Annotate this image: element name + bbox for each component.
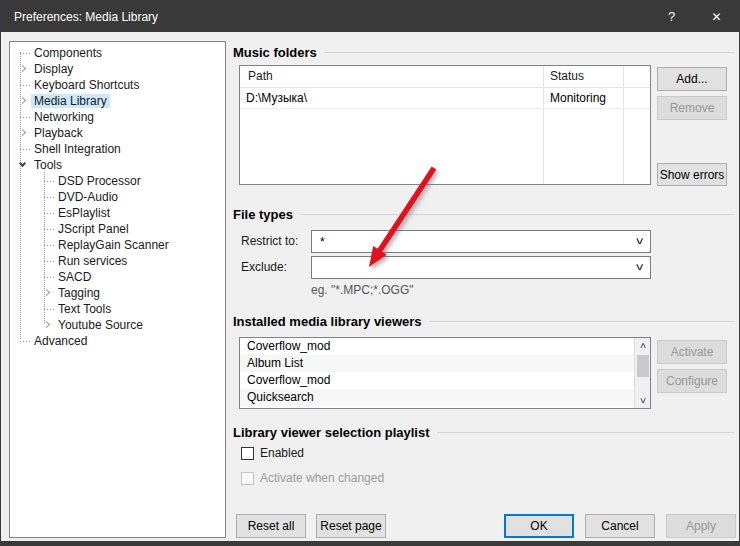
- scroll-up-icon[interactable]: ∧: [632, 338, 651, 353]
- list-item[interactable]: Coverflow_mod: [240, 338, 650, 355]
- window-title: Preferences: Media Library: [14, 10, 649, 24]
- list-item[interactable]: Coverflow_mod: [240, 372, 650, 389]
- exclude-label: Exclude:: [241, 260, 287, 274]
- list-item[interactable]: Album List: [240, 355, 650, 372]
- chevron-right-icon[interactable]: [43, 321, 50, 328]
- sidebar-item-tools[interactable]: Tools: [10, 157, 225, 173]
- sidebar-item-jscript-panel[interactable]: JScript Panel: [10, 221, 225, 237]
- sidebar-item-label: Advanced: [34, 334, 87, 348]
- sidebar-item-media-library[interactable]: Media Library: [10, 93, 225, 109]
- sidebar-item-label: Text Tools: [58, 302, 111, 316]
- sidebar-item-label: DSD Processor: [58, 174, 141, 188]
- reset-page-button[interactable]: Reset page: [316, 514, 386, 538]
- tree-guide: [20, 53, 32, 54]
- restrict-to-label: Restrict to:: [241, 234, 298, 248]
- sidebar-item-esplaylist[interactable]: EsPlaylist: [10, 205, 225, 221]
- sidebar-item-label: Youtube Source: [58, 318, 143, 332]
- close-button[interactable]: ✕: [694, 1, 739, 32]
- sidebar-item-label: Keyboard Shortcuts: [34, 78, 139, 92]
- exclude-combobox[interactable]: ∨: [311, 256, 651, 279]
- folder-status-cell: Monitoring: [550, 91, 606, 105]
- sidebar-item-components[interactable]: Components: [10, 45, 225, 61]
- sidebar-item-youtube-source[interactable]: Youtube Source: [10, 317, 225, 333]
- restrict-to-value: *: [320, 235, 325, 249]
- chevron-right-icon[interactable]: [43, 289, 50, 296]
- sidebar-item-label: Tools: [34, 158, 62, 172]
- chevron-down-icon[interactable]: [19, 160, 26, 167]
- sidebar-item-tagging[interactable]: Tagging: [10, 285, 225, 301]
- group-divider: [324, 52, 734, 53]
- sidebar-item-label: DVD-Audio: [58, 190, 118, 204]
- chevron-down-icon[interactable]: ∨: [634, 261, 645, 272]
- sidebar-item-advanced[interactable]: Advanced: [10, 333, 225, 349]
- reset-all-button[interactable]: Reset all: [236, 514, 306, 538]
- ok-button[interactable]: OK: [504, 514, 574, 538]
- sidebar-item-label: Components: [34, 46, 102, 60]
- sidebar-item-playback[interactable]: Playback: [10, 125, 225, 141]
- sidebar-item-text-tools[interactable]: Text Tools: [10, 301, 225, 317]
- sidebar-item-run-services[interactable]: Run services: [10, 253, 225, 269]
- group-title: Music folders: [233, 45, 317, 60]
- sidebar-item-label: JScript Panel: [58, 222, 129, 236]
- tree-guide: [44, 309, 56, 310]
- sidebar-item-networking[interactable]: Networking: [10, 109, 225, 125]
- chevron-right-icon[interactable]: [19, 97, 26, 104]
- sidebar-item-label: Display: [34, 62, 73, 76]
- scroll-down-icon[interactable]: ∨: [632, 393, 651, 408]
- enabled-checkbox[interactable]: Enabled: [241, 446, 304, 460]
- tree-guide: [44, 181, 56, 182]
- close-icon: ✕: [711, 10, 721, 24]
- tree-guide: [20, 85, 32, 86]
- group-divider: [300, 214, 734, 215]
- sidebar-item-label: Networking: [34, 110, 94, 124]
- list-item[interactable]: Quicksearch: [240, 389, 650, 406]
- chevron-right-icon[interactable]: [19, 65, 26, 72]
- sidebar-item-dvd-audio[interactable]: DVD-Audio: [10, 189, 225, 205]
- group-divider: [437, 432, 734, 433]
- checkbox-label: Enabled: [260, 446, 304, 460]
- selection-playlist-group-header: Library viewer selection playlist: [233, 425, 734, 440]
- cancel-button[interactable]: Cancel: [585, 514, 655, 538]
- sidebar-item-shell-integration[interactable]: Shell Integration: [10, 141, 225, 157]
- activate-when-changed-checkbox[interactable]: Activate when changed: [241, 471, 384, 485]
- sidebar-item-label: Shell Integration: [34, 142, 121, 156]
- tree-guide: [20, 149, 32, 150]
- help-button[interactable]: ?: [649, 1, 694, 32]
- sidebar-item-label: Run services: [58, 254, 127, 268]
- column-header-path[interactable]: Path: [248, 69, 273, 83]
- add-button[interactable]: Add...: [657, 67, 727, 91]
- music-folders-group-header: Music folders: [233, 45, 734, 60]
- column-header-status[interactable]: Status: [550, 69, 584, 83]
- music-folders-table: Path Status D:\Музыка\ Monitoring: [239, 65, 651, 185]
- tree-guide: [44, 213, 56, 214]
- sidebar-item-keyboard-shortcuts[interactable]: Keyboard Shortcuts: [10, 77, 225, 93]
- configure-button[interactable]: Configure: [657, 369, 727, 393]
- title-bar: Preferences: Media Library ? ✕: [1, 1, 739, 32]
- scrollbar[interactable]: ∧ ∨: [634, 338, 650, 408]
- group-title: Installed media library viewers: [233, 314, 422, 329]
- sidebar-item-label: Media Library: [31, 94, 110, 108]
- scrollbar-thumb[interactable]: [637, 355, 649, 377]
- checkbox-label: Activate when changed: [260, 471, 384, 485]
- sidebar-item-display[interactable]: Display: [10, 61, 225, 77]
- remove-button[interactable]: Remove: [657, 96, 727, 120]
- tree-guide: [44, 245, 56, 246]
- sidebar-item-dsd-processor[interactable]: DSD Processor: [10, 173, 225, 189]
- show-errors-button[interactable]: Show errors: [657, 163, 727, 186]
- tree-guide: [44, 197, 56, 198]
- table-row[interactable]: D:\Музыка\ Monitoring: [240, 89, 650, 109]
- restrict-to-combobox[interactable]: * ∨: [311, 230, 651, 253]
- tree-guide: [44, 261, 56, 262]
- group-title: Library viewer selection playlist: [233, 425, 430, 440]
- sidebar-item-label: SACD: [58, 270, 91, 284]
- file-types-group-header: File types: [233, 207, 734, 222]
- sidebar-item-label: ReplayGain Scanner: [58, 238, 169, 252]
- apply-button[interactable]: Apply: [666, 514, 736, 538]
- preferences-tree: Components Display Keyboard Shortcuts Me…: [9, 41, 226, 538]
- chevron-down-icon[interactable]: ∨: [634, 235, 645, 246]
- sidebar-item-sacd[interactable]: SACD: [10, 269, 225, 285]
- checkbox-icon: [241, 472, 254, 485]
- sidebar-item-replaygain-scanner[interactable]: ReplayGain Scanner: [10, 237, 225, 253]
- chevron-right-icon[interactable]: [19, 129, 26, 136]
- activate-button[interactable]: Activate: [657, 340, 727, 364]
